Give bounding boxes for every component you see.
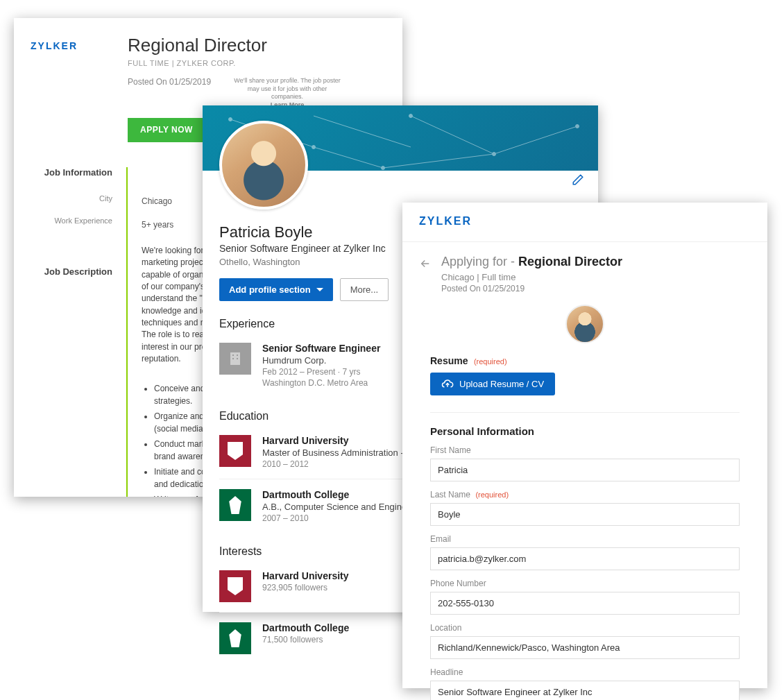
svg-rect-13 bbox=[232, 355, 234, 356]
back-arrow-icon[interactable] bbox=[419, 255, 432, 273]
applying-posted: Posted On 01/25/2019 bbox=[441, 284, 622, 293]
job-title: Regional Director bbox=[128, 35, 386, 56]
button-label: Upload Resume / CV bbox=[459, 379, 544, 389]
job-company: ZYLKER CORP. bbox=[177, 59, 236, 67]
job-description-heading: Job Description bbox=[31, 266, 112, 277]
add-profile-section-button[interactable]: Add profile section bbox=[219, 278, 333, 301]
experience-location: Washington D.C. Metro Area bbox=[262, 378, 380, 388]
button-label: Add profile section bbox=[229, 284, 311, 295]
headline-label: Headline bbox=[430, 667, 740, 677]
avatar[interactable] bbox=[219, 121, 308, 210]
required-indicator: (required) bbox=[475, 490, 509, 499]
last-name-input[interactable] bbox=[430, 503, 740, 526]
svg-rect-15 bbox=[232, 358, 234, 359]
share-note: We'll share your profile. The job poster… bbox=[232, 77, 343, 110]
apply-now-button[interactable]: APPLY NOW bbox=[128, 118, 205, 142]
svg-rect-12 bbox=[230, 352, 240, 365]
svg-point-8 bbox=[409, 114, 413, 118]
share-line: may use it for jobs with other companies… bbox=[232, 85, 343, 101]
experience-period: Feb 2012 – Present · 7 yrs bbox=[262, 367, 380, 377]
city-label: City bbox=[31, 194, 112, 203]
company-logo: ZYLKER bbox=[419, 215, 751, 228]
email-label: Email bbox=[430, 534, 740, 544]
location-label: Location bbox=[430, 623, 740, 633]
svg-point-9 bbox=[493, 153, 496, 156]
upload-resume-button[interactable]: Upload Resume / CV bbox=[430, 373, 555, 395]
phone-label: Phone Number bbox=[430, 579, 740, 588]
svg-line-5 bbox=[383, 154, 494, 168]
svg-point-11 bbox=[382, 167, 385, 170]
svg-line-3 bbox=[494, 126, 577, 154]
separator: | bbox=[172, 59, 177, 67]
applying-role: Regional Director bbox=[518, 255, 622, 268]
svg-point-7 bbox=[312, 146, 316, 149]
svg-line-4 bbox=[314, 147, 383, 168]
avatar[interactable] bbox=[565, 305, 604, 343]
school-icon bbox=[219, 489, 251, 521]
education-years: 2010 – 2012 bbox=[262, 459, 426, 469]
applying-prefix: Applying for - bbox=[441, 255, 518, 268]
svg-point-6 bbox=[229, 118, 232, 121]
job-type: FULL TIME bbox=[128, 59, 169, 67]
divider bbox=[402, 241, 767, 242]
follower-count: 923,905 followers bbox=[262, 583, 349, 592]
first-name-input[interactable] bbox=[430, 459, 740, 481]
edit-icon[interactable] bbox=[572, 176, 584, 188]
school-name: Harvard University bbox=[262, 435, 426, 446]
applying-for-title: Applying for - Regional Director bbox=[441, 255, 622, 269]
application-form-card: ZYLKER Applying for - Regional Director … bbox=[402, 203, 767, 688]
company-logo: ZYLKER bbox=[31, 35, 128, 142]
school-icon bbox=[219, 435, 251, 467]
location-input[interactable] bbox=[430, 636, 740, 659]
job-info-heading: Job Information bbox=[31, 167, 112, 178]
resume-row: Resume (required) bbox=[430, 355, 740, 367]
first-name-label: First Name bbox=[430, 445, 740, 455]
work-experience-label: Work Experience bbox=[31, 216, 112, 225]
chevron-down-icon bbox=[316, 288, 323, 291]
phone-input[interactable] bbox=[430, 592, 740, 615]
svg-line-1 bbox=[314, 116, 411, 147]
cloud-upload-icon bbox=[441, 379, 454, 389]
degree: Master of Business Administration - MBA bbox=[262, 447, 426, 458]
resume-label: Resume bbox=[430, 355, 468, 366]
share-line: We'll share your profile. The job poster bbox=[232, 77, 343, 85]
job-type-company: FULL TIME | ZYLKER CORP. bbox=[128, 59, 386, 67]
applying-sub: Chicago | Full time bbox=[441, 272, 622, 282]
company-icon bbox=[219, 343, 251, 375]
svg-line-2 bbox=[411, 116, 494, 154]
headline-input[interactable] bbox=[430, 681, 740, 700]
experience-company: Humdrum Corp. bbox=[262, 355, 380, 366]
org-icon bbox=[219, 570, 251, 602]
label-text: Last Name bbox=[430, 490, 470, 500]
org-icon bbox=[219, 622, 251, 654]
posted-date: Posted On 01/25/2019 bbox=[128, 77, 211, 87]
required-indicator: (required) bbox=[474, 357, 507, 366]
personal-info-heading: Personal Information bbox=[430, 412, 740, 437]
follower-count: 71,500 followers bbox=[262, 635, 349, 644]
interest-name: Harvard University bbox=[262, 570, 349, 581]
svg-rect-14 bbox=[237, 355, 238, 356]
svg-point-10 bbox=[576, 125, 579, 128]
experience-title: Senior Software Engineer bbox=[262, 343, 380, 354]
more-button[interactable]: More... bbox=[340, 278, 389, 301]
interest-name: Dartmouth College bbox=[262, 622, 349, 633]
email-input[interactable] bbox=[430, 547, 740, 570]
svg-rect-16 bbox=[237, 358, 238, 359]
last-name-label: Last Name (required) bbox=[430, 490, 740, 500]
